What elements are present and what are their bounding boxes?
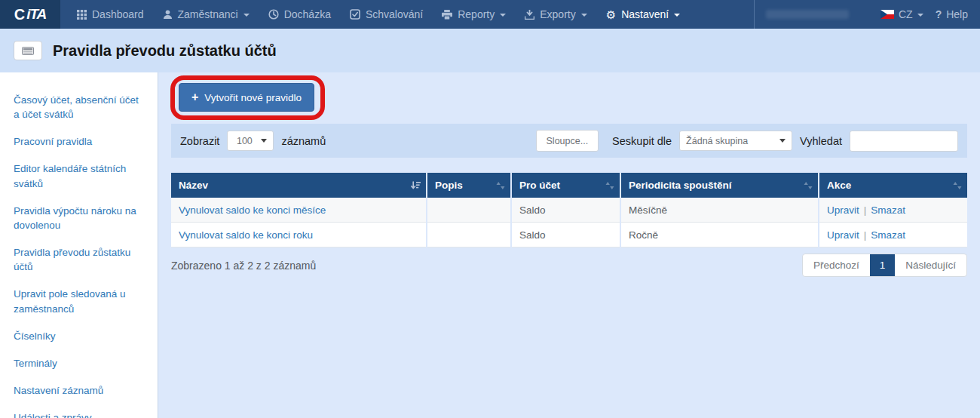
search-input[interactable] bbox=[850, 131, 958, 152]
page-header: Pravidla převodu zůstatku účtů bbox=[0, 29, 980, 72]
nav-item-schvalov-n-[interactable]: Schvalování bbox=[350, 8, 423, 20]
pagination: Předchozí 1 Následující bbox=[802, 254, 967, 277]
check-icon bbox=[350, 9, 360, 20]
printer-icon bbox=[442, 10, 452, 20]
chevron-down-icon bbox=[674, 14, 680, 17]
sort-both-icon bbox=[496, 181, 505, 190]
create-rule-button[interactable]: + Vytvořit nové pravidlo bbox=[179, 83, 314, 112]
rule-name-link[interactable]: Vynulovat saldo ke konci roku bbox=[179, 229, 313, 241]
group-by-select[interactable]: Žádná skupina bbox=[679, 131, 792, 151]
records-info: Zobrazeno 1 až 2 z 2 záznamů bbox=[171, 260, 316, 272]
sort-both-icon bbox=[953, 181, 962, 190]
column-header-label: Název bbox=[179, 180, 208, 191]
column-header-label: Popis bbox=[435, 180, 463, 191]
nav-item-label: Schvalování bbox=[366, 8, 423, 20]
create-button-wrap: + Vytvořit nové pravidlo bbox=[179, 83, 314, 112]
table-row: Vynulovat saldo ke konci rokuSaldoRočněU… bbox=[171, 223, 967, 247]
delete-link[interactable]: Smazat bbox=[871, 204, 905, 216]
cell-popis bbox=[427, 223, 510, 247]
toolbar-right-group: Sloupce... Seskupit dle Žádná skupina Vy… bbox=[536, 130, 958, 152]
nav-item-doch-zka[interactable]: Docházka bbox=[268, 8, 331, 20]
sidebar-item-0[interactable]: Časový účet, absenční účet a účet svátků bbox=[14, 93, 144, 121]
sort-both-icon bbox=[605, 181, 614, 190]
column-header-label: Periodicita spouštění bbox=[629, 180, 732, 191]
question-icon: ? bbox=[936, 8, 942, 20]
help-button[interactable]: ? Help bbox=[936, 8, 968, 20]
cell-pro-ucet: Saldo bbox=[512, 198, 620, 223]
chevron-down-icon bbox=[500, 14, 506, 17]
action-separator: | bbox=[859, 229, 871, 241]
nav-menu: DashboardZaměstnanciDocházkaSchvalováníR… bbox=[60, 0, 680, 29]
chevron-down-icon bbox=[917, 14, 923, 17]
page-size-select[interactable]: 100 bbox=[227, 131, 274, 151]
nav-item-reporty[interactable]: Reporty bbox=[442, 8, 506, 20]
column-header-2[interactable]: Pro účet bbox=[512, 173, 620, 198]
create-rule-label: Vytvořit nové pravidlo bbox=[204, 92, 302, 103]
pagination-next-button[interactable]: Následující bbox=[895, 254, 966, 276]
records-label: záznamů bbox=[281, 135, 326, 147]
sidebar-item-5[interactable]: Upravit pole sledovaná u zaměstnanců bbox=[14, 287, 144, 315]
sort-both-icon bbox=[804, 181, 813, 190]
nav-item-zam-stnanci[interactable]: Zaměstnanci bbox=[163, 8, 250, 20]
column-header-4[interactable]: Akce bbox=[819, 173, 967, 198]
edit-link[interactable]: Upravit bbox=[827, 204, 859, 216]
column-header-1[interactable]: Popis bbox=[427, 173, 510, 198]
pagination-current-page[interactable]: 1 bbox=[870, 254, 896, 276]
nav-item-label: Nastavení bbox=[621, 8, 669, 20]
chevron-down-icon bbox=[243, 14, 250, 17]
grid-icon bbox=[77, 10, 87, 20]
column-header-0[interactable]: Název bbox=[171, 173, 426, 198]
app-logo[interactable]: CiTA bbox=[0, 0, 60, 29]
sidebar-item-1[interactable]: Pracovní pravidla bbox=[14, 134, 144, 149]
select-caret-icon bbox=[261, 139, 267, 143]
cell-nazev: Vynulovat saldo ke konci měsíce bbox=[171, 198, 426, 223]
gear-icon: ⚙ bbox=[606, 9, 616, 20]
rules-table-wrap: NázevPopisPro účetPeriodicita spouštěníA… bbox=[170, 173, 969, 247]
sidebar-item-2[interactable]: Editor kalendáře státních svátků bbox=[14, 161, 144, 190]
show-label: Zobrazit bbox=[180, 135, 219, 147]
sidebar-item-6[interactable]: Číselníky bbox=[14, 329, 144, 343]
cell-popis bbox=[427, 198, 510, 223]
nav-item-label: Reporty bbox=[458, 8, 495, 20]
column-header-3[interactable]: Periodicita spouštění bbox=[621, 173, 818, 198]
plus-icon: + bbox=[191, 91, 198, 104]
help-label: Help bbox=[946, 8, 968, 20]
group-by-value: Žádná skupina bbox=[686, 136, 748, 146]
table-header-row: NázevPopisPro účetPeriodicita spouštěníA… bbox=[171, 173, 967, 198]
language-selector[interactable]: CZ bbox=[880, 8, 923, 20]
group-by-label: Seskupit dle bbox=[612, 135, 672, 147]
sidebar-item-4[interactable]: Pravidla převodu zůstatku účtů bbox=[14, 245, 144, 274]
nav-item-label: Docházka bbox=[284, 8, 331, 20]
delete-link[interactable]: Smazat bbox=[871, 229, 905, 241]
logo-text: iTA bbox=[26, 6, 46, 23]
settings-sidebar: Časový účet, absenční účet a účet svátků… bbox=[0, 72, 158, 418]
cell-nazev: Vynulovat saldo ke konci roku bbox=[171, 223, 426, 247]
cell-akce: Upravit|Smazat bbox=[819, 198, 967, 223]
main-content: + Vytvořit nové pravidlo Zobrazit 100 zá… bbox=[158, 72, 980, 418]
rule-name-link[interactable]: Vynulovat saldo ke konci měsíce bbox=[179, 204, 326, 216]
columns-button[interactable]: Sloupce... bbox=[536, 130, 599, 152]
language-code: CZ bbox=[899, 8, 913, 20]
clock-icon bbox=[268, 9, 279, 20]
card-icon bbox=[14, 41, 42, 60]
rules-table: NázevPopisPro účetPeriodicita spouštěníA… bbox=[170, 173, 969, 247]
nav-item-dashboard[interactable]: Dashboard bbox=[77, 8, 144, 20]
sidebar-item-8[interactable]: Nastavení záznamů bbox=[14, 383, 144, 398]
action-separator: | bbox=[859, 204, 871, 216]
sidebar-item-3[interactable]: Pravidla výpočtu nároku na dovolenou bbox=[14, 204, 144, 232]
layout: Časový účet, absenční účet a účet svátků… bbox=[0, 72, 980, 418]
edit-link[interactable]: Upravit bbox=[827, 229, 859, 241]
sidebar-item-9[interactable]: Události a zprávy bbox=[14, 410, 144, 418]
column-header-label: Pro účet bbox=[519, 180, 560, 191]
nav-right-section: CZ ? Help bbox=[754, 0, 980, 29]
nav-item-nastaven-[interactable]: ⚙Nastavení bbox=[606, 8, 681, 20]
sidebar-item-7[interactable]: Terminály bbox=[14, 356, 144, 370]
pagination-prev-button[interactable]: Předchozí bbox=[803, 254, 870, 276]
nav-item-label: Dashboard bbox=[92, 8, 144, 20]
nav-item-exporty[interactable]: Exporty bbox=[525, 8, 586, 20]
page-size-group: Zobrazit 100 záznamů bbox=[180, 131, 326, 151]
page-title: Pravidla převodu zůstatku účtů bbox=[53, 42, 277, 60]
cz-flag-icon bbox=[880, 10, 894, 19]
chevron-down-icon bbox=[581, 14, 587, 17]
table-row: Vynulovat saldo ke konci měsíceSaldoMěsí… bbox=[171, 198, 967, 223]
